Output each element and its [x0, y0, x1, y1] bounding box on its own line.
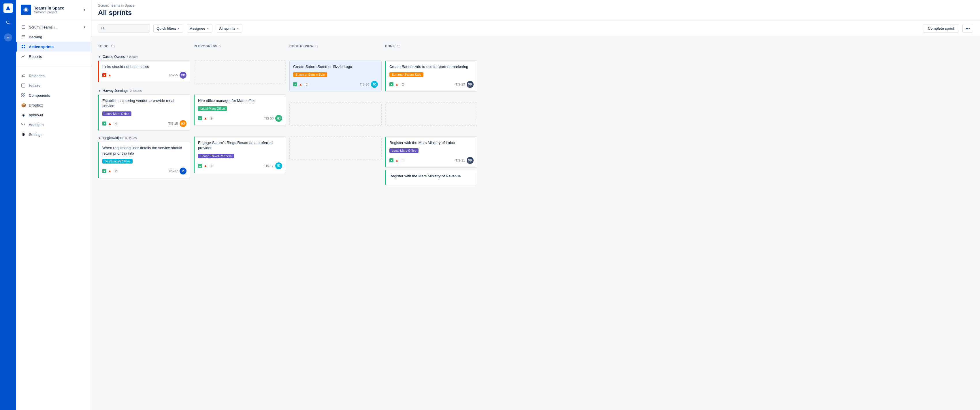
- project-info: Teams in Space Software project: [34, 6, 64, 14]
- card-mars-revenue[interactable]: Register with the Mars Ministry of Reven…: [385, 170, 477, 185]
- swimlane-iong-header[interactable]: ▼ iongkowidjaja 4 issues: [98, 134, 190, 142]
- card-TIS-55-type-icon: ■: [102, 73, 107, 77]
- card-TIS-37-footer: ▲ ▲ 2 TIS-37 IK: [102, 168, 186, 174]
- card-TIS-55-avatar: CO: [180, 72, 186, 79]
- quick-filters-dropdown[interactable]: Quick filters ▼: [153, 24, 183, 33]
- card-TIS-17-tag: Space Travel Partners: [198, 154, 234, 158]
- active-sprints-icon: [21, 44, 26, 49]
- sidebar-item-add-item[interactable]: Add item: [16, 120, 91, 130]
- topbar: Scrum: Teams in Space All sprints: [91, 0, 980, 21]
- svg-marker-0: [6, 6, 10, 10]
- sidebar-item-backlog[interactable]: Backlog: [16, 32, 91, 42]
- card-TIS-30-type-icon: ▲: [293, 82, 297, 86]
- swimlane-cassie-header[interactable]: ▼ Cassie Owens 3 issues: [98, 53, 190, 60]
- card-TIS-11-tag: Local Mars Office: [390, 148, 418, 153]
- card-TIS-15-footer: ▲ ▲ 4 TIS-15 HJ: [102, 120, 186, 127]
- sidebar-item-scrum[interactable]: ☰ Scrum: Teams i... ▼: [16, 22, 91, 32]
- sidebar-item-apollo-ui[interactable]: ◈ apollo-ui: [16, 110, 91, 120]
- card-TIS-11-footer: ▲ ▲ - TIS-11 MK: [390, 157, 474, 164]
- card-TIS-11-id: TIS-11: [455, 159, 465, 162]
- icon-bar: +: [0, 0, 16, 410]
- svg-rect-13: [22, 93, 23, 95]
- sidebar-item-components[interactable]: Components: [16, 90, 91, 100]
- project-type: Software project: [34, 10, 64, 14]
- card-TIS-50-tag: Local Mars Office: [198, 106, 227, 111]
- harvey-done-placeholder: [385, 103, 477, 125]
- search-input[interactable]: [107, 26, 147, 30]
- sidebar-item-issues[interactable]: Issues: [16, 81, 91, 90]
- harvey-inprogress-cards: Hire office manager for Mars office Loca…: [194, 95, 286, 125]
- iong-codereview-cards: [290, 136, 382, 160]
- toolbar: Quick filters ▼ Assignee ▼ All sprints ▼…: [91, 21, 980, 36]
- card-TIS-15-priority-icon: ▲: [108, 122, 111, 125]
- card-TIS-37-tag: SeeSpaceEZ Plus: [102, 159, 133, 163]
- card-TIS-30-title: Create Saturn Summer Sizzle Logo: [293, 64, 378, 70]
- card-TIS-30-avatar: JO: [371, 81, 378, 88]
- card-TIS-55-title: Links should not be in italics: [102, 64, 186, 70]
- card-TIS-15-tag: Local Mars Office: [102, 111, 131, 116]
- column-done-title: DONE 10: [385, 44, 401, 48]
- card-TIS-17-footer: ▲ ▲ 3 TIS-17 IK: [198, 162, 282, 169]
- card-TIS-15[interactable]: Establish a catering vendor to provide m…: [98, 95, 190, 131]
- swimlane-harvey-name: Harvey Jennings: [103, 89, 128, 93]
- swimlane-cassie-codereview: Cassie Owens 3 issues Create Saturn Summ…: [290, 53, 382, 92]
- card-TIS-50[interactable]: Hire office manager for Mars office Loca…: [194, 95, 286, 125]
- swimlane-cassie-name: Cassie Owens: [103, 55, 125, 59]
- assignee-label: Assignee: [190, 26, 205, 30]
- cassie-done-cards: Create Banner Ads to use for partner mar…: [385, 60, 477, 92]
- sidebar-item-reports[interactable]: Reports: [16, 52, 91, 61]
- card-TIS-30[interactable]: Create Saturn Summer Sizzle Logo Summer …: [290, 60, 382, 92]
- sidebar-item-settings[interactable]: ⚙ Settings: [16, 130, 91, 139]
- sidebar-item-dropbox-label: Dropbox: [29, 103, 43, 108]
- card-TIS-37[interactable]: When requesting user details the service…: [98, 142, 190, 178]
- swimlane-cassie-count: 3 issues: [127, 55, 138, 59]
- project-chevron-icon[interactable]: ▼: [83, 8, 86, 12]
- card-TIS-11[interactable]: Register with the Mars Ministry of Labor…: [385, 136, 477, 168]
- card-TIS-11-priority-icon: ▲: [395, 158, 399, 162]
- card-TIS-50-count: 9: [209, 116, 214, 120]
- card-TIS-15-avatar: HJ: [180, 120, 186, 127]
- card-TIS-30-tag: Summer Saturn Sale: [293, 72, 327, 77]
- card-TIS-37-type-icon: ▲: [102, 169, 107, 173]
- card-mars-revenue-title: Register with the Mars Ministry of Reven…: [390, 174, 474, 179]
- svg-line-2: [9, 23, 10, 24]
- complete-sprint-button[interactable]: Complete sprint: [923, 24, 959, 33]
- card-TIS-17-id: TIS-17: [264, 164, 274, 168]
- project-header[interactable]: Teams in Space Software project ▼: [16, 0, 91, 20]
- sidebar-item-active-sprints-label: Active sprints: [29, 44, 54, 49]
- svg-rect-16: [24, 96, 25, 97]
- more-options-button[interactable]: •••: [963, 24, 973, 33]
- all-sprints-dropdown[interactable]: All sprints ▼: [216, 24, 242, 33]
- project-logo: [21, 5, 31, 15]
- svg-rect-14: [24, 93, 25, 95]
- svg-line-21: [103, 29, 104, 30]
- create-button[interactable]: +: [4, 33, 12, 41]
- column-done: DONE 10 Cassie Owens 3 issues Create Ban…: [385, 41, 477, 405]
- sidebar-item-releases[interactable]: 🏷 Releases: [16, 71, 91, 81]
- svg-rect-8: [22, 45, 23, 46]
- swimlane-harvey-header[interactable]: ▼ Harvey Jennings 2 issues: [98, 87, 190, 95]
- assignee-chevron-icon: ▼: [206, 27, 209, 30]
- project-name: Teams in Space: [34, 6, 64, 10]
- sidebar-item-active-sprints[interactable]: Active sprints: [16, 42, 91, 52]
- card-TIS-55[interactable]: Links should not be in italics ■ ▲ TIS-5…: [98, 60, 190, 82]
- backlog-icon: [21, 34, 26, 40]
- app-logo[interactable]: [3, 3, 13, 13]
- sidebar-item-dropbox[interactable]: 📦 Dropbox: [16, 100, 91, 110]
- card-TIS-29[interactable]: Create Banner Ads to use for partner mar…: [385, 60, 477, 92]
- card-TIS-17-avatar: IK: [275, 162, 282, 169]
- card-TIS-37-avatar: IK: [180, 168, 186, 174]
- sidebar-item-components-label: Components: [29, 93, 50, 98]
- search-box[interactable]: [98, 24, 150, 33]
- swimlane-iong-name: iongkowidjaja: [103, 136, 123, 140]
- main-content: Scrum: Teams in Space All sprints Quick …: [91, 0, 980, 410]
- swimlane-cassie-inprogress: Cassie Owens 3 issues: [194, 53, 286, 84]
- assignee-dropdown[interactable]: Assignee ▼: [187, 24, 212, 33]
- iong-inprogress-cards: Engage Saturn's Rings Resort as a prefer…: [194, 136, 286, 173]
- search-icon[interactable]: [4, 18, 12, 27]
- card-TIS-29-count: 2: [400, 82, 406, 86]
- card-TIS-50-type-icon: ▲: [198, 116, 202, 120]
- svg-rect-17: [22, 123, 23, 124]
- card-TIS-17[interactable]: Engage Saturn's Rings Resort as a prefer…: [194, 136, 286, 173]
- card-TIS-55-priority-icon: ▲: [108, 73, 111, 77]
